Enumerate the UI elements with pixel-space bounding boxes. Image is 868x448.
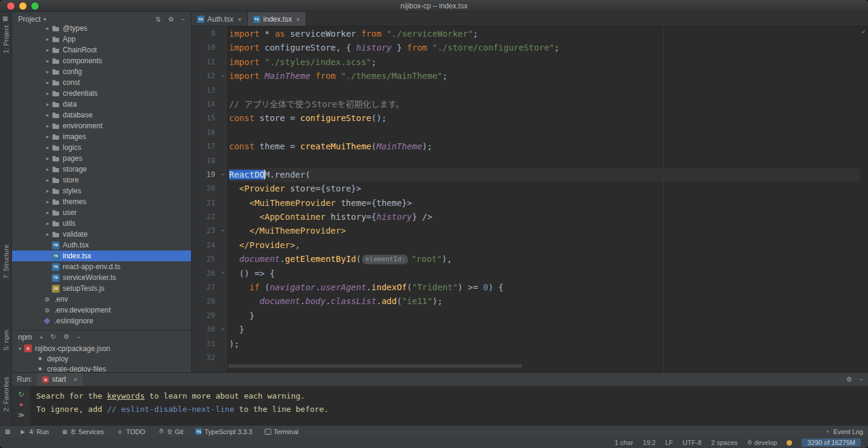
- tree-item[interactable]: pages: [12, 153, 191, 164]
- toolwindow-button-4-run[interactable]: 4: Run: [19, 428, 48, 435]
- tree-item[interactable]: Auth.tsx: [12, 240, 191, 250]
- tree-item[interactable]: data: [12, 99, 191, 110]
- code-line[interactable]: [229, 84, 860, 98]
- tree-item[interactable]: logics: [12, 142, 191, 153]
- close-tab-icon[interactable]: ×: [237, 16, 241, 23]
- code-line[interactable]: [229, 351, 860, 365]
- hide-panel-icon[interactable]: −: [860, 376, 863, 383]
- tool-button-npm[interactable]: 5: npm: [0, 330, 12, 350]
- zoom-window-button[interactable]: [31, 2, 39, 10]
- refresh-icon[interactable]: ↻: [51, 333, 56, 341]
- tree-item[interactable]: store: [12, 175, 191, 185]
- hide-panel-icon[interactable]: −: [181, 16, 185, 23]
- code-line[interactable]: const store = configureStore();: [229, 111, 860, 125]
- tree-item[interactable]: setupTests.js: [12, 283, 191, 294]
- code-line[interactable]: const theme = createMuiTheme(MainTheme);: [229, 140, 860, 154]
- memory-indicator[interactable]: 3290 of 16275M: [802, 438, 861, 447]
- tree-item[interactable]: images: [12, 131, 191, 142]
- gear-icon[interactable]: ⚙: [63, 333, 69, 341]
- code-line[interactable]: import configureStore, { history } from …: [229, 41, 860, 55]
- hide-panel-icon[interactable]: −: [77, 334, 80, 341]
- code-line[interactable]: [229, 126, 860, 140]
- close-tab-icon[interactable]: ×: [296, 16, 300, 23]
- status-item[interactable]: 2 spaces: [711, 439, 738, 446]
- toolwindow-button-9-git[interactable]: 9: Git: [157, 428, 183, 435]
- gear-icon[interactable]: ⚙: [168, 16, 174, 23]
- tree-item[interactable]: App: [12, 34, 191, 45]
- project-panel-title[interactable]: Project: [18, 15, 40, 23]
- npm-item[interactable]: nijibox-cp/package.json: [12, 343, 191, 353]
- tree-item[interactable]: credentials: [12, 88, 191, 99]
- code-line[interactable]: () => {: [229, 267, 860, 281]
- code-line[interactable]: </Provider>,: [229, 238, 860, 252]
- status-item[interactable]: 19:2: [643, 439, 655, 446]
- collapse-all-icon[interactable]: ⇅: [155, 16, 160, 23]
- npm-item[interactable]: create-deploy-files: [12, 364, 191, 372]
- tree-item[interactable]: themes: [12, 196, 191, 207]
- tree-item[interactable]: ChainRoot: [12, 45, 191, 55]
- tool-button-structure[interactable]: 7: Structure: [0, 244, 12, 279]
- tree-item[interactable]: utils: [12, 218, 191, 229]
- error-stripe[interactable]: ✓: [860, 26, 868, 372]
- toolwindow-button-8-services[interactable]: 8: Services: [61, 428, 104, 435]
- code-line[interactable]: // アプリ全体で使うStoreを初期化します。: [229, 98, 860, 111]
- tree-item[interactable]: components: [12, 55, 191, 66]
- add-icon[interactable]: +: [39, 334, 43, 341]
- code-line[interactable]: );: [229, 337, 860, 351]
- tree-item[interactable]: user: [12, 207, 191, 218]
- tree-item[interactable]: const: [12, 77, 191, 88]
- code-line[interactable]: document.getElementById(elementId:"root"…: [229, 252, 860, 266]
- minimize-window-button[interactable]: [19, 2, 27, 10]
- tree-item[interactable]: .eslintignore: [12, 316, 191, 326]
- code-line[interactable]: if (navigator.userAgent.indexOf("Trident…: [229, 281, 860, 294]
- code-line[interactable]: </MuiThemeProvider>: [229, 224, 860, 238]
- tool-button-favorites[interactable]: 2: Favorites: [0, 377, 12, 411]
- horizontal-scrollbar[interactable]: [228, 364, 522, 368]
- tree-item[interactable]: .env: [12, 294, 191, 305]
- tool-button-project[interactable]: 1: Project: [0, 25, 12, 53]
- tree-item[interactable]: validate: [12, 229, 191, 240]
- status-item[interactable]: LF: [665, 439, 673, 446]
- tab-index-tsx[interactable]: index.tsx ×: [248, 12, 306, 26]
- close-run-tab-icon[interactable]: ×: [74, 376, 77, 383]
- code-line[interactable]: <AppContainer history={history} />: [229, 210, 860, 224]
- tab-auth-tsx[interactable]: Auth.tsx ×: [192, 12, 248, 26]
- close-window-button[interactable]: [7, 2, 14, 10]
- git-branch-widget[interactable]: ψ develop: [747, 439, 778, 446]
- status-item[interactable]: 1 char: [615, 439, 634, 446]
- tree-item[interactable]: styles: [12, 185, 191, 196]
- code-line[interactable]: <Provider store={store}>: [229, 182, 860, 196]
- toolwindow-button-terminal[interactable]: Terminal: [265, 428, 299, 435]
- tree-item[interactable]: .env.development: [12, 305, 191, 316]
- code-line[interactable]: <MuiThemeProvider theme={theme}>: [229, 196, 860, 210]
- toolwindow-button-todo[interactable]: TODO: [116, 428, 145, 435]
- code-line[interactable]: [229, 154, 860, 168]
- stop-icon[interactable]: [19, 402, 22, 408]
- event-log-button[interactable]: Event Log: [823, 428, 863, 435]
- rerun-icon[interactable]: [18, 391, 24, 398]
- notification-bell-icon[interactable]: [787, 440, 792, 446]
- code-line[interactable]: }: [229, 309, 860, 323]
- code-line[interactable]: ReactDOM.render(: [229, 168, 860, 182]
- tree-item[interactable]: database: [12, 110, 191, 120]
- tool-switcher-icon[interactable]: ▦: [5, 428, 10, 435]
- tree-item[interactable]: react-app-env.d.ts: [12, 261, 191, 272]
- gear-icon[interactable]: ⚙: [846, 376, 852, 384]
- more-icon[interactable]: [17, 412, 25, 418]
- status-item[interactable]: UTF-8: [683, 439, 702, 446]
- tree-item[interactable]: serviceWorker.ts: [12, 272, 191, 283]
- tree-item[interactable]: storage: [12, 164, 191, 175]
- npm-item[interactable]: deploy: [12, 353, 191, 364]
- code-line[interactable]: }: [229, 323, 860, 337]
- tree-item[interactable]: config: [12, 66, 191, 77]
- tree-item[interactable]: @types: [12, 23, 191, 34]
- code-lines[interactable]: import * as serviceWorker from "./servic…: [227, 26, 860, 372]
- code-line[interactable]: import MainTheme from "./themes/MainThem…: [229, 69, 860, 83]
- tree-item[interactable]: environment: [12, 120, 191, 131]
- editor-gutter[interactable]: 9101112›13141516171819›20212223›242526›2…: [192, 26, 227, 372]
- toolwindow-button-typescript-3-3-3[interactable]: TypeScript 3.3.3: [195, 428, 253, 435]
- run-tab-start[interactable]: start ×: [37, 373, 83, 386]
- code-line[interactable]: document.body.classList.add("ie11");: [229, 294, 860, 308]
- code-line[interactable]: import "./styles/index.scss";: [229, 55, 860, 69]
- tree-item[interactable]: index.tsx: [12, 250, 191, 261]
